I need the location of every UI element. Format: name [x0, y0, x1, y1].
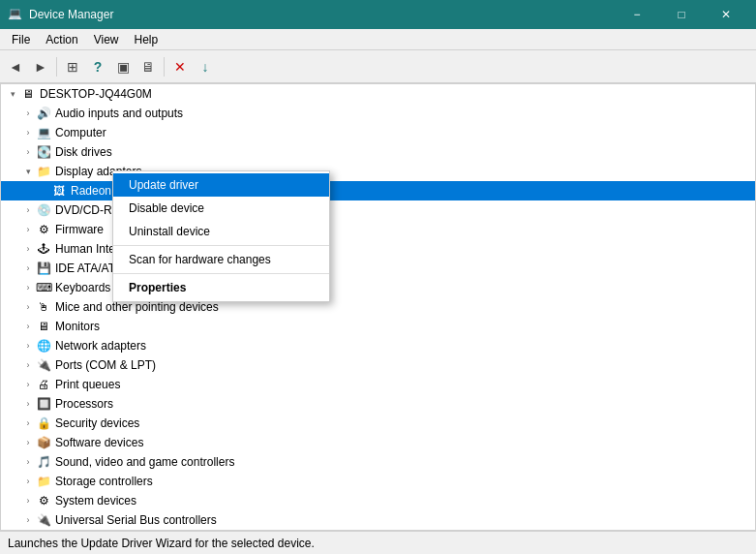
expand-computer[interactable]: ›: [20, 125, 36, 140]
label-ports: Ports (COM & LPT): [55, 358, 156, 372]
help-button[interactable]: ?: [86, 55, 109, 78]
expand-processors[interactable]: ›: [20, 396, 36, 412]
expand-human[interactable]: ›: [20, 241, 36, 257]
expand-security[interactable]: ›: [20, 416, 36, 431]
expand-system[interactable]: ›: [20, 493, 36, 508]
status-text: Launches the Update Driver Wizard for th…: [8, 537, 315, 550]
expand-mice[interactable]: ›: [20, 299, 36, 315]
update-button[interactable]: ↓: [194, 55, 217, 78]
expand-display[interactable]: ▾: [20, 164, 36, 179]
label-processors: Processors: [55, 397, 113, 411]
icon-computer: 🖥: [20, 86, 36, 102]
icon-monitor: 🖥: [36, 319, 51, 334]
close-button[interactable]: ✕: [704, 0, 748, 29]
icon-sound: 🎵: [36, 454, 51, 470]
label-system: System devices: [55, 494, 136, 508]
menu-help[interactable]: Help: [127, 31, 166, 48]
label-security: Security devices: [55, 416, 139, 430]
toolbar-separator-2: [164, 57, 165, 77]
icon-computer-item: 💻: [36, 125, 51, 140]
window-title: Device Manager: [29, 8, 615, 21]
icon-keyboard: ⌨: [36, 280, 51, 295]
icon-print: 🖨: [36, 377, 51, 392]
tree-item-security[interactable]: › 🔒 Security devices: [1, 414, 755, 433]
menu-view[interactable]: View: [86, 31, 127, 48]
minimize-button[interactable]: −: [615, 0, 659, 29]
expand-keyboard[interactable]: ›: [20, 280, 36, 295]
expand-root[interactable]: ▾: [5, 86, 20, 102]
menu-bar: File Action View Help: [0, 29, 756, 50]
menu-file[interactable]: File: [4, 31, 38, 48]
expand-ide[interactable]: ›: [20, 261, 36, 276]
tree-item-disk[interactable]: › 💽 Disk drives: [1, 142, 755, 162]
label-computer: Computer: [55, 126, 106, 139]
icon-usb-ctrl: 🔌: [36, 512, 51, 528]
expand-dvd[interactable]: ›: [20, 202, 36, 218]
show-hidden-button[interactable]: ⊞: [61, 55, 84, 78]
context-menu-update-driver[interactable]: Update driver: [113, 173, 329, 197]
expand-sound[interactable]: ›: [20, 454, 36, 470]
label-usb-ctrl: Universal Serial Bus controllers: [55, 513, 217, 527]
label-print: Print queues: [55, 378, 120, 391]
icon-security: 🔒: [36, 416, 51, 431]
tree-item-software[interactable]: › 📦 Software devices: [1, 433, 755, 452]
maximize-button[interactable]: □: [659, 0, 704, 29]
forward-button[interactable]: ►: [29, 55, 52, 78]
expand-monitors[interactable]: ›: [20, 319, 36, 334]
context-menu-disable[interactable]: Disable device: [113, 197, 329, 220]
tree-item-print[interactable]: › 🖨 Print queues: [1, 375, 755, 394]
context-menu-scan[interactable]: Scan for hardware changes: [113, 248, 329, 271]
properties-button[interactable]: ▣: [111, 55, 135, 78]
context-menu-uninstall[interactable]: Uninstall device: [113, 220, 329, 243]
label-audio: Audio inputs and outputs: [55, 107, 183, 120]
label-firmware: Firmware: [55, 223, 104, 236]
label-root: DESKTOP-JQ44G0M: [40, 87, 152, 101]
tree-item-sound[interactable]: › 🎵 Sound, video and game controllers: [1, 452, 755, 472]
icon-display: 📁: [36, 164, 51, 179]
expand-radeon: [36, 183, 51, 199]
tree-item-usb-ctrl[interactable]: › 🔌 Universal Serial Bus controllers: [1, 510, 755, 530]
icon-mouse: 🖱: [36, 299, 51, 315]
icon-ide: 💾: [36, 261, 51, 276]
tree-item-ports[interactable]: › 🔌 Ports (COM & LPT): [1, 355, 755, 375]
expand-print[interactable]: ›: [20, 377, 36, 392]
tree-item-usb-dev[interactable]: › 🔌 Universal Serial Bus devices: [1, 530, 755, 531]
back-button[interactable]: ◄: [4, 55, 27, 78]
icon-processor: 🔲: [36, 396, 51, 412]
expand-ports[interactable]: ›: [20, 357, 36, 373]
icon-dvd: 💿: [36, 202, 51, 218]
icon-network: 🌐: [36, 338, 51, 354]
uninstall-button[interactable]: ✕: [168, 55, 192, 78]
toolbar-separator-1: [56, 57, 57, 77]
expand-audio[interactable]: ›: [20, 106, 36, 121]
expand-software[interactable]: ›: [20, 435, 36, 450]
expand-firmware[interactable]: ›: [20, 222, 36, 237]
tree-item-network[interactable]: › 🌐 Network adapters: [1, 336, 755, 355]
label-monitors: Monitors: [55, 320, 100, 333]
context-menu-sep-1: [113, 245, 329, 246]
menu-action[interactable]: Action: [38, 31, 85, 48]
icon-firmware: ⚙: [36, 222, 51, 237]
expand-disk[interactable]: ›: [20, 144, 36, 160]
context-menu-sep-2: [113, 273, 329, 274]
tree-item-computer[interactable]: › 💻 Computer: [1, 123, 755, 142]
expand-usb-ctrl[interactable]: ›: [20, 512, 36, 528]
expand-storage[interactable]: ›: [20, 474, 36, 489]
app-icon: 💻: [8, 7, 23, 22]
expand-network[interactable]: ›: [20, 338, 36, 354]
tree-item-storage[interactable]: › 📁 Storage controllers: [1, 472, 755, 491]
tree-item-audio[interactable]: › 🔊 Audio inputs and outputs: [1, 104, 755, 123]
tree-item-processors[interactable]: › 🔲 Processors: [1, 394, 755, 414]
toolbar: ◄ ► ⊞ ? ▣ 🖥 ✕ ↓: [0, 50, 756, 83]
icon-system: ⚙: [36, 493, 51, 508]
label-network: Network adapters: [55, 339, 146, 353]
tree-item-root[interactable]: ▾ 🖥 DESKTOP-JQ44G0M: [1, 84, 755, 104]
title-bar: 💻 Device Manager − □ ✕: [0, 0, 756, 29]
window-controls: − □ ✕: [615, 0, 748, 29]
tree-item-system[interactable]: › ⚙ System devices: [1, 491, 755, 510]
computer-button[interactable]: 🖥: [136, 55, 160, 78]
tree-item-monitors[interactable]: › 🖥 Monitors: [1, 317, 755, 336]
context-menu-properties[interactable]: Properties: [113, 276, 329, 299]
icon-disk: 💽: [36, 144, 51, 160]
device-tree[interactable]: ▾ 🖥 DESKTOP-JQ44G0M › 🔊 Audio inputs and…: [0, 83, 756, 531]
